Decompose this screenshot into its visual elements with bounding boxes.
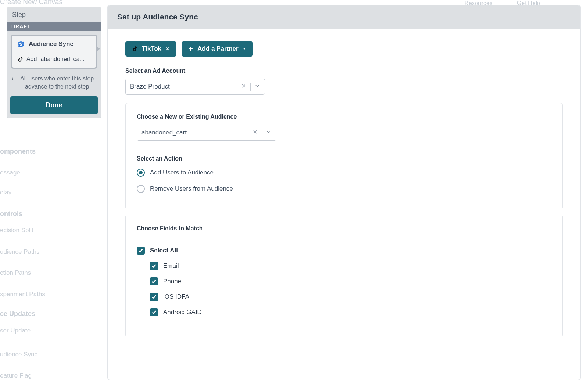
advance-text: All users who enter this step advance to… (17, 75, 97, 90)
field-idfa-row[interactable]: iOS IDFA (150, 293, 551, 301)
chevron-down-icon[interactable] (254, 83, 260, 91)
page-title: Set up Audience Sync (108, 5, 580, 29)
step-card-subtitle: Add "abandoned_ca... (26, 56, 85, 62)
done-button[interactable]: Done (10, 96, 98, 114)
ghost-updates: ce Updates (0, 310, 35, 318)
tiktok-icon (132, 46, 138, 52)
fields-card: Choose Fields to Match Select All Email … (125, 215, 563, 337)
step-card-title: Audience Sync (29, 40, 74, 48)
ghost-controls: ontrols (0, 210, 22, 218)
checkbox-checked-icon[interactable] (150, 293, 158, 301)
radio-add-label: Add Users to Audience (150, 169, 214, 176)
ghost-create-canvas: Create New Canvas (0, 0, 62, 6)
partner-chip-label: TikTok (142, 45, 161, 53)
select-all-label: Select All (150, 247, 178, 254)
chevron-down-icon[interactable] (266, 129, 272, 137)
audience-sync-icon (17, 40, 25, 48)
ghost-user-update: ser Update (0, 327, 31, 334)
ghost-feature-flag: eature Flag (0, 372, 32, 379)
chevron-down-icon (242, 47, 247, 51)
checkbox-checked-icon[interactable] (150, 262, 158, 270)
remove-partner-icon[interactable] (165, 46, 170, 51)
step-card-subtitle-row: Add "abandoned_ca... (12, 52, 96, 68)
add-partner-label: Add a Partner (197, 45, 238, 53)
select-all-row[interactable]: Select All (137, 247, 551, 255)
divider (250, 83, 251, 91)
ghost-decision-split: ecision Split (0, 227, 33, 234)
field-email-row[interactable]: Email (150, 262, 551, 270)
advance-note: All users who enter this step advance to… (7, 72, 101, 96)
tiktok-icon (17, 56, 24, 62)
step-header: Step (7, 7, 101, 22)
ghost-experiment-paths: xperiment Paths (0, 291, 45, 298)
select-action-label: Select an Action (137, 155, 551, 162)
add-partner-button[interactable]: Add a Partner (182, 41, 252, 57)
field-phone-row[interactable]: Phone (150, 277, 551, 285)
plus-icon (188, 46, 194, 52)
ad-account-label: Select an Ad Account (125, 68, 563, 74)
clear-icon[interactable] (251, 129, 259, 136)
ghost-delay: elay (0, 189, 11, 196)
checkbox-checked-icon[interactable] (137, 247, 145, 255)
step-card-title-row: Audience Sync (12, 36, 96, 52)
ghost-action-paths: ction Paths (0, 269, 31, 277)
step-card[interactable]: Audience Sync Add "abandoned_ca... (11, 35, 97, 69)
ghost-audience-paths: udience Paths (0, 248, 40, 256)
step-panel: Step DRAFT Audience Sync Add "abandoned_… (7, 7, 101, 118)
audience-action-card: Choose a New or Existing Audience abando… (125, 103, 563, 209)
radio-add-users[interactable]: Add Users to Audience (137, 169, 551, 177)
ghost-audience-sync: udience Sync (0, 351, 37, 358)
choose-audience-label: Choose a New or Existing Audience (137, 114, 551, 120)
ghost-components: omponents (0, 148, 36, 155)
ad-account-value: Braze Product (130, 83, 240, 90)
partner-chip-tiktok[interactable]: TikTok (125, 41, 176, 57)
field-gaid-label: Android GAID (163, 309, 202, 316)
draft-badge: DRAFT (7, 22, 101, 31)
checkbox-checked-icon[interactable] (150, 277, 158, 285)
ghost-message: essage (0, 169, 20, 176)
arrow-down-icon (11, 75, 14, 82)
radio-remove-users[interactable]: Remove Users from Audience (137, 185, 551, 193)
choose-fields-label: Choose Fields to Match (137, 225, 551, 232)
field-gaid-row[interactable]: Android GAID (150, 308, 551, 316)
field-email-label: Email (163, 262, 179, 270)
field-idfa-label: iOS IDFA (163, 293, 189, 301)
clear-icon[interactable] (240, 83, 247, 90)
main-panel: Set up Audience Sync TikTok Add a Partne… (107, 5, 581, 380)
ad-account-select[interactable]: Braze Product (125, 79, 265, 95)
radio-remove-label: Remove Users from Audience (150, 185, 233, 192)
divider (262, 129, 262, 137)
audience-select[interactable]: abandoned_cart (137, 125, 276, 141)
radio-icon-unchecked (137, 185, 145, 193)
audience-value: abandoned_cart (141, 129, 251, 136)
field-phone-label: Phone (163, 278, 181, 285)
checkbox-checked-icon[interactable] (150, 308, 158, 316)
radio-icon-checked (137, 169, 145, 177)
